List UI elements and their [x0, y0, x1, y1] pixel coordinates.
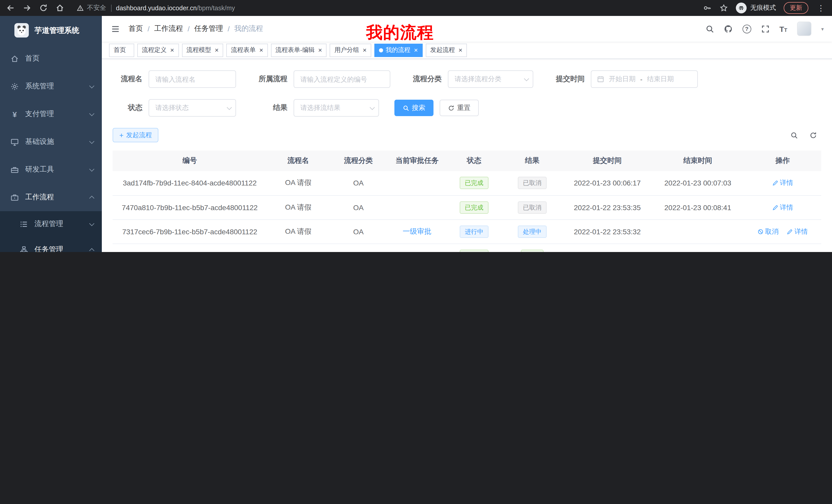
sidebar-menu: 首页 系统管理 ¥ 支付管理 基础设施	[0, 45, 102, 252]
col-header-end-time: 结束时间	[651, 150, 744, 171]
table-row: 2152467e-7b9b-11ec-9a1b-acde48001122 OA …	[113, 244, 821, 252]
flow-icon	[20, 245, 28, 252]
result-select[interactable]: 请选择流结果	[294, 99, 379, 117]
view-tab[interactable]: 我的流程 ×	[374, 44, 422, 57]
detail-link[interactable]: 详情	[772, 203, 793, 212]
close-icon[interactable]: ×	[363, 47, 367, 53]
security-label: 不安全	[87, 4, 106, 12]
current-task-link[interactable]: 一级审批	[402, 227, 432, 235]
toolbox-icon	[10, 165, 19, 174]
sidebar-toggle-icon[interactable]	[102, 16, 129, 41]
sidebar-item-workflow[interactable]: 工作流程	[0, 184, 102, 211]
cell-submit-time: 2022-01-22 23:51:15	[563, 244, 651, 252]
status-badge: 已完成	[460, 249, 489, 252]
chevron-down-icon	[89, 166, 94, 171]
github-icon[interactable]	[724, 24, 732, 33]
caret-down-icon[interactable]: ▾	[821, 26, 824, 32]
sidebar-item-task-mgmt[interactable]: 任务管理	[0, 237, 102, 252]
cell-actions: 详情	[744, 171, 821, 195]
sidebar-item-devtools[interactable]: 研发工具	[0, 156, 102, 184]
view-tab[interactable]: 流程表单-编辑 ×	[271, 44, 327, 57]
table-row: 7317cec6-7b9b-11ec-b5b7-acde48001122 OA …	[113, 219, 821, 244]
submit-time-range[interactable]: 开始日期 - 结束日期	[591, 71, 698, 88]
warning-icon	[77, 4, 84, 11]
view-tab[interactable]: 用户分组 ×	[330, 44, 371, 57]
table-body: 3ad174fb-7b9d-11ec-8404-acde48001122 OA …	[113, 171, 821, 252]
breadcrumb-home[interactable]: 首页	[129, 24, 143, 33]
range-separator: -	[640, 75, 643, 83]
sidebar-item-infra[interactable]: 基础设施	[0, 128, 102, 156]
breadcrumb-workflow: 工作流程	[154, 24, 183, 33]
process-name-input[interactable]	[149, 71, 236, 88]
view-tab[interactable]: 流程表单 ×	[226, 44, 268, 57]
breadcrumb: 首页 / 工作流程 / 任务管理 / 我的流程	[129, 24, 263, 33]
cell-name: OA 请假	[267, 195, 330, 219]
close-icon[interactable]: ×	[459, 47, 462, 53]
close-icon[interactable]: ×	[259, 47, 263, 53]
category-select[interactable]: 请选择流程分类	[448, 71, 533, 88]
col-header-current-task: 当前审批任务	[387, 150, 447, 171]
sidebar-item-payment[interactable]: ¥ 支付管理	[0, 100, 102, 128]
view-tab[interactable]: 流程模型 ×	[182, 44, 223, 57]
avatar[interactable]	[797, 22, 811, 36]
refresh-table-icon[interactable]	[809, 131, 817, 139]
start-date-placeholder: 开始日期	[609, 75, 635, 84]
plus-icon: +	[119, 132, 123, 139]
process-key-input[interactable]	[294, 71, 390, 88]
incognito-icon	[736, 3, 747, 13]
view-tab[interactable]: 首页	[109, 44, 134, 57]
sidebar-item-process-mgmt[interactable]: 流程管理	[0, 211, 102, 237]
incognito-indicator: 无痕模式	[736, 3, 776, 13]
cell-actions: 取消 详情	[744, 219, 821, 244]
screen: 不安全 dashboard.yudao.iocoder.cn/bpm/task/…	[0, 0, 832, 252]
chevron-up-icon	[89, 248, 94, 252]
table-row: 3ad174fb-7b9d-11ec-8404-acde48001122 OA …	[113, 171, 821, 195]
reload-icon[interactable]	[39, 4, 48, 12]
reset-button[interactable]: 重置	[440, 100, 479, 116]
cancel-link[interactable]: 取消	[757, 227, 779, 236]
start-process-button[interactable]: + 发起流程	[113, 128, 158, 142]
detail-link[interactable]: 详情	[772, 178, 793, 188]
close-icon[interactable]: ×	[414, 47, 418, 53]
sidebar-item-home[interactable]: 首页	[0, 45, 102, 73]
filter-row-1: 流程名 所属流程 流程分类 请选择流程分类	[113, 71, 821, 88]
cell-name: OA 请假	[267, 244, 330, 252]
search-icon	[402, 105, 409, 111]
forward-icon[interactable]	[23, 4, 31, 12]
search-icon[interactable]	[705, 24, 714, 33]
view-tab[interactable]: 流程定义 ×	[137, 44, 179, 57]
help-icon[interactable]: ?	[742, 24, 751, 33]
close-icon[interactable]: ×	[215, 47, 218, 53]
url-host: dashboard.yudao.iocoder.cn	[116, 4, 197, 11]
table-header-row: 编号 流程名 流程分类 当前审批任务 状态 结果 提交时间 结束时间 操作	[113, 150, 821, 171]
process-key-label: 所属流程	[252, 75, 287, 84]
back-icon[interactable]	[6, 4, 15, 12]
cell-id: 7317cec6-7b9b-11ec-b5b7-acde48001122	[113, 219, 267, 244]
fullscreen-icon[interactable]	[761, 24, 770, 33]
detail-link[interactable]: 详情	[772, 251, 793, 252]
search-button[interactable]: 搜索	[394, 100, 434, 116]
cancel-icon	[757, 228, 763, 234]
status-select[interactable]: 请选择状态	[149, 99, 236, 117]
view-tab[interactable]: 发起流程 ×	[425, 44, 467, 57]
detail-link[interactable]: 详情	[787, 227, 808, 236]
app-logo[interactable]: 芋道管理系统	[0, 16, 102, 45]
close-icon[interactable]: ×	[318, 47, 322, 53]
site-security-chip[interactable]: 不安全	[77, 4, 106, 12]
toggle-search-icon[interactable]	[790, 131, 798, 139]
close-icon[interactable]: ×	[170, 47, 174, 53]
cell-actions: 详情	[744, 195, 821, 219]
bookmark-star-icon[interactable]	[719, 4, 728, 12]
font-size-icon[interactable]: TT	[779, 25, 787, 33]
logo-avatar	[15, 23, 29, 37]
key-icon[interactable]	[703, 4, 712, 12]
update-button[interactable]: 更新	[784, 2, 808, 14]
browser-menu-icon[interactable]: ⋮	[816, 4, 826, 12]
address-bar: 不安全 dashboard.yudao.iocoder.cn/bpm/task/…	[77, 4, 703, 12]
chevron-down-icon	[227, 105, 232, 110]
url-text[interactable]: dashboard.yudao.iocoder.cn/bpm/task/my	[116, 4, 235, 11]
home-icon[interactable]	[55, 4, 64, 12]
status-label: 状态	[113, 103, 142, 113]
cell-name: OA 请假	[267, 171, 330, 195]
sidebar-item-system[interactable]: 系统管理	[0, 73, 102, 100]
